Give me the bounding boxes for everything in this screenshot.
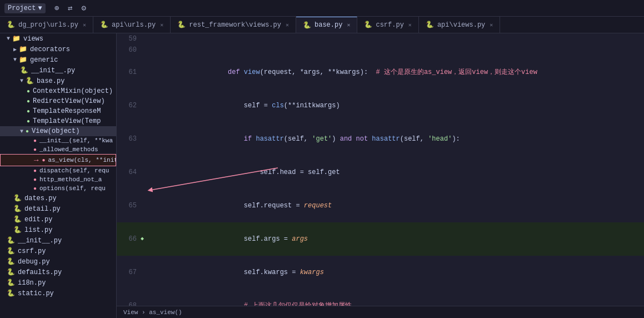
table-row: 63 if hasattr(self, 'get') and not hasat…: [117, 122, 644, 156]
settings-icon[interactable]: ⚙: [79, 2, 88, 14]
tab-base-py[interactable]: 🐍 base.py ✕: [296, 17, 357, 33]
class-icon: ●: [27, 118, 30, 125]
tab-label: csrf.py: [376, 21, 403, 29]
tab-close[interactable]: ✕: [160, 22, 163, 28]
expand-arrow: ▼: [20, 128, 23, 135]
tab-close[interactable]: ✕: [490, 22, 493, 28]
code-cell: [148, 33, 644, 44]
project-label: Project: [8, 4, 36, 12]
table-row: 60: [117, 44, 644, 56]
sidebar-label: View(object): [32, 127, 79, 135]
folder-icon: 📁: [12, 34, 21, 43]
top-icons: ⊕ ⇄ ⚙: [52, 2, 88, 14]
method-icon: ●: [33, 177, 37, 183]
tab-close[interactable]: ✕: [286, 22, 289, 28]
sidebar-item-views[interactable]: ▼ 📁 views: [0, 33, 116, 44]
sidebar-label: http_method_not_a: [39, 176, 102, 183]
tab-label: rest_framework\views.py: [189, 21, 281, 29]
tab-close[interactable]: ✕: [408, 22, 412, 28]
line-number: 66: [117, 222, 137, 256]
tabs-bar: 🐍 dg_proj\urls.py ✕ 🐍 api\urls.py ✕ 🐍 re…: [0, 17, 644, 33]
py-icon: 🐍: [7, 268, 15, 276]
tab-label: dg_proj\urls.py: [18, 21, 78, 29]
tab-close[interactable]: ✕: [347, 22, 350, 28]
sidebar-label: base.py: [37, 77, 64, 85]
main-area: ▼ 📁 views ▶ 📁 decorators ▼ 📁 generic 🐍 _…: [0, 33, 644, 318]
sidebar-item-view-object[interactable]: ▼ ● View(object): [0, 126, 116, 136]
sidebar-item-base[interactable]: ▼ 🐍 base.py: [0, 76, 116, 86]
tab-icon: 🐍: [426, 21, 434, 29]
method-icon: ●: [33, 147, 37, 153]
code-cell: self.request = request: [148, 189, 644, 222]
code-cell: self.kwargs = kwargs: [148, 256, 644, 289]
sidebar-item-init[interactable]: 🐍 __init__.py: [0, 65, 116, 76]
py-icon: 🐍: [13, 226, 22, 234]
sidebar-label: edit.py: [24, 216, 52, 223]
table-row: 65 self.request = request: [117, 189, 644, 222]
code-editor[interactable]: 59 60 61: [117, 33, 644, 306]
sidebar-item-defaults[interactable]: 🐍 defaults.py: [0, 267, 116, 277]
sync-icon[interactable]: ⇄: [66, 2, 74, 14]
top-bar: Project ▼ ⊕ ⇄ ⚙: [0, 0, 644, 17]
py-icon: 🐍: [7, 257, 15, 266]
sidebar-label: RedirectView(View): [33, 97, 105, 105]
sidebar-item-http-method[interactable]: ● http_method_not_a: [0, 175, 116, 184]
sidebar-item-templateview[interactable]: ● TemplateView(Temp: [0, 116, 116, 126]
add-icon[interactable]: ⊕: [52, 2, 61, 14]
class-icon: ●: [27, 88, 30, 95]
sidebar-label: debug.py: [18, 258, 50, 266]
sidebar-item-init-method[interactable]: ● __init__(self, **kwa: [0, 136, 116, 145]
tab-csrf[interactable]: 🐍 csrf.py ✕: [357, 17, 418, 33]
tab-rf-views[interactable]: 🐍 rest_framework\views.py ✕: [171, 17, 296, 33]
class-icon: ●: [27, 98, 30, 105]
sidebar-label: list.py: [24, 226, 52, 234]
tab-label: api\views.py: [437, 21, 485, 29]
table-row: 68 # 上面这几句仅仅是给对象增加属性: [117, 289, 644, 306]
tab-api-views[interactable]: 🐍 api\views.py ✕: [419, 17, 500, 33]
sidebar-item-dispatch[interactable]: ● dispatch(self, requ: [0, 166, 116, 175]
folder-icon: 📁: [19, 45, 27, 53]
gutter-cell: [137, 56, 148, 89]
sidebar-item-list[interactable]: 🐍 list.py: [0, 225, 116, 235]
tab-api-urls[interactable]: 🐍 api\urls.py ✕: [93, 17, 171, 33]
sidebar-item-debug[interactable]: 🐍 debug.py: [0, 256, 116, 267]
method-icon: ●: [33, 138, 37, 144]
tab-dg-proj-urls[interactable]: 🐍 dg_proj\urls.py ✕: [0, 17, 93, 33]
sidebar-item-templateresponse[interactable]: ● TemplateResponseM: [0, 106, 116, 116]
sidebar-item-views-init[interactable]: 🐍 __init__.py: [0, 235, 116, 246]
sidebar-item-as-view[interactable]: → ● as_view(cls, **initk: [0, 154, 116, 166]
dropdown-arrow: ▼: [38, 4, 42, 12]
code-cell: if hasattr(self, 'get') and not hasattr(…: [148, 122, 644, 156]
sidebar-label: i18n.py: [18, 279, 46, 287]
sidebar-item-contextmixin[interactable]: ● ContextMixin(object): [0, 86, 116, 96]
sidebar-item-csrf[interactable]: 🐍 csrf.py: [0, 246, 116, 256]
sidebar-item-redirectview[interactable]: ● RedirectView(View): [0, 96, 116, 106]
sidebar-label: views: [23, 35, 43, 43]
sidebar-item-generic[interactable]: ▼ 📁 generic: [0, 54, 116, 65]
table-row: 64 self.head = self.get: [117, 156, 644, 189]
code-scroll-area[interactable]: 59 60 61: [117, 33, 644, 306]
sidebar-item-detail[interactable]: 🐍 detail.py: [0, 203, 116, 214]
code-cell: [148, 44, 644, 56]
py-icon: 🐍: [7, 279, 15, 287]
line-number: 62: [117, 89, 137, 122]
sidebar-item-edit[interactable]: 🐍 edit.py: [0, 214, 116, 225]
gutter-cell: [137, 289, 148, 306]
sidebar-label: decorators: [30, 46, 70, 53]
sidebar-item-i18n[interactable]: 🐍 i18n.py: [0, 277, 116, 288]
line-number: 65: [117, 189, 137, 222]
tab-close[interactable]: ✕: [83, 22, 86, 28]
table-row: 61 def view(request, *args, **kwargs): #…: [117, 56, 644, 89]
sidebar-label: __init__.py: [18, 237, 62, 245]
project-dropdown[interactable]: Project ▼: [4, 3, 46, 13]
sidebar-item-dates[interactable]: 🐍 dates.py: [0, 193, 116, 203]
sidebar-item-static[interactable]: 🐍 static.py: [0, 288, 116, 299]
py-icon: 🐍: [13, 205, 22, 213]
sidebar-label: __init__.py: [31, 67, 75, 74]
sidebar-item-options[interactable]: ● options(self, requ: [0, 184, 116, 193]
sidebar-label: as_view(cls, **initk: [48, 157, 117, 163]
gutter-cell: [137, 122, 148, 156]
breadcrumb: View › as_view(): [123, 309, 182, 316]
sidebar-item-allowed-methods[interactable]: ● _allowed_methods: [0, 145, 116, 154]
sidebar-item-decorators[interactable]: ▶ 📁 decorators: [0, 44, 116, 54]
